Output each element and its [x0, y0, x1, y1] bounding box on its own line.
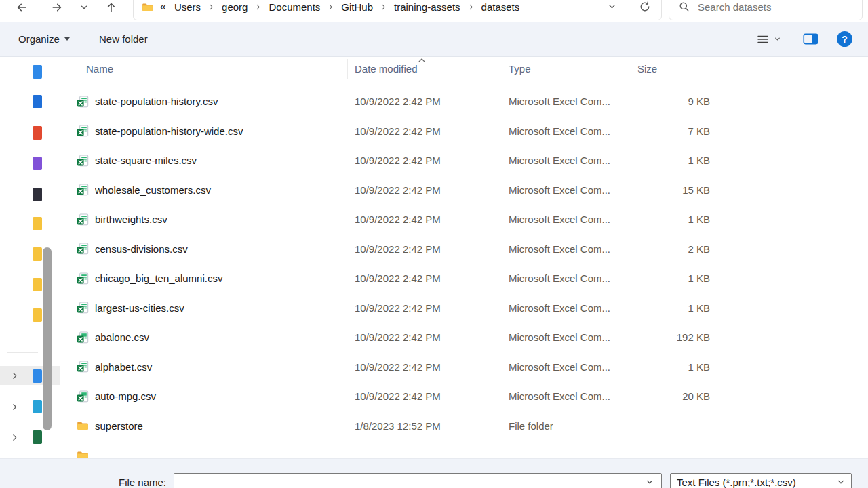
breadcrumb-chevron-icon[interactable]	[468, 4, 474, 10]
sidebar-item-icon[interactable]	[33, 126, 42, 140]
sidebar-scrollbar[interactable]	[43, 247, 52, 430]
refresh-icon[interactable]	[639, 1, 650, 12]
file-row[interactable]: wholesale_customers.csv 10/9/2022 2:42 P…	[60, 176, 868, 205]
file-name: state-population-history-wide.csv	[95, 125, 355, 137]
file-row[interactable]: alphabet.csv 10/9/2022 2:42 PM Microsoft…	[60, 352, 868, 382]
back-button[interactable]	[14, 1, 29, 14]
column-header-type[interactable]: Type	[509, 57, 531, 81]
excel-csv-icon	[77, 272, 89, 285]
expand-chevron-icon[interactable]	[10, 371, 18, 380]
excel-csv-icon	[77, 390, 89, 403]
file-size: 20 KB	[637, 390, 710, 402]
sidebar-item-icon[interactable]	[33, 65, 42, 79]
column-header-date-modified[interactable]: Date modified	[355, 57, 418, 81]
file-type: Microsoft Excel Com...	[509, 125, 637, 137]
breadcrumb-item[interactable]: GitHub	[341, 1, 373, 13]
sidebar-item-icon[interactable]	[33, 188, 42, 201]
file-name: state-population-history.csv	[95, 96, 355, 107]
sidebar-item-icon[interactable]	[33, 217, 42, 230]
breadcrumb-chevron-icon[interactable]	[380, 4, 387, 10]
address-bar[interactable]: « UsersgeorgDocumentsGitHubtraining-asse…	[133, 0, 662, 20]
file-type: Microsoft Excel Com...	[509, 302, 637, 314]
breadcrumb-item[interactable]: training-assets	[394, 1, 460, 13]
breadcrumb-item[interactable]: Users	[174, 1, 201, 13]
sidebar-item-icon[interactable]	[33, 278, 42, 291]
organize-button[interactable]: Organize	[18, 22, 70, 56]
column-header-name[interactable]: Name	[86, 57, 113, 81]
list-view-icon	[757, 34, 769, 45]
sidebar-item-icon[interactable]	[33, 400, 42, 413]
file-type: Microsoft Excel Com...	[509, 155, 637, 166]
file-type: Microsoft Excel Com...	[509, 361, 637, 373]
file-row[interactable]: chicago_big_ten_alumni.csv 10/9/2022 2:4…	[60, 264, 868, 293]
preview-pane-button[interactable]	[803, 22, 818, 56]
breadcrumb-overflow-button[interactable]: «	[160, 1, 166, 13]
file-list: state-population-history.csv 10/9/2022 2…	[60, 87, 868, 458]
column-separator[interactable]	[717, 59, 717, 79]
file-name: census-divisions.csv	[95, 243, 355, 255]
file-row[interactable]: auto-mpg.csv 10/9/2022 2:42 PM Microsoft…	[60, 382, 868, 411]
excel-csv-icon	[77, 302, 89, 314]
file-name-input[interactable]	[174, 473, 662, 488]
view-options-button[interactable]	[757, 22, 781, 56]
file-row[interactable]: birthweights.csv 10/9/2022 2:42 PM Micro…	[60, 205, 868, 235]
file-row[interactable]: census-divisions.csv 10/9/2022 2:42 PM M…	[60, 235, 868, 264]
file-row[interactable]	[60, 441, 868, 458]
file-date-modified: 10/9/2022 2:42 PM	[355, 361, 509, 373]
breadcrumb-item[interactable]: datasets	[481, 1, 520, 13]
file-row[interactable]: largest-us-cities.csv 10/9/2022 2:42 PM …	[60, 293, 868, 323]
sidebar-item-icon[interactable]	[33, 95, 42, 108]
chevron-down-icon	[774, 35, 781, 43]
excel-csv-icon	[77, 331, 89, 344]
sidebar-item-icon[interactable]	[33, 247, 42, 261]
column-separator[interactable]	[629, 59, 629, 79]
breadcrumb-item[interactable]: Documents	[269, 1, 320, 13]
address-dropdown-chevron-icon[interactable]	[608, 3, 616, 12]
chevron-down-icon	[64, 37, 70, 41]
forward-button[interactable]	[50, 1, 64, 14]
file-date-modified: 10/9/2022 2:42 PM	[355, 390, 509, 402]
file-row[interactable]: abalone.csv 10/9/2022 2:42 PM Microsoft …	[60, 323, 868, 352]
excel-csv-icon	[77, 155, 89, 167]
file-row[interactable]: superstore 1/8/2023 12:52 PM File folder	[60, 411, 868, 441]
sidebar-item-icon[interactable]	[33, 157, 42, 170]
organize-label: Organize	[18, 33, 60, 45]
help-glyph: ?	[842, 34, 848, 45]
search-box[interactable]	[669, 0, 863, 20]
file-row[interactable]: state-population-history.csv 10/9/2022 2…	[60, 87, 868, 117]
column-separator[interactable]	[500, 59, 500, 79]
recent-locations-button[interactable]	[77, 1, 92, 14]
up-button[interactable]	[104, 1, 119, 14]
file-list-pane: Name Date modified Type Size state-popul…	[60, 57, 868, 458]
file-name: chicago_big_ten_alumni.csv	[95, 272, 355, 284]
column-header-size[interactable]: Size	[637, 57, 657, 81]
breadcrumb-chevron-icon[interactable]	[328, 4, 334, 10]
file-date-modified: 10/9/2022 2:42 PM	[355, 184, 509, 196]
file-name: auto-mpg.csv	[95, 390, 355, 402]
sidebar-item-icon[interactable]	[33, 369, 42, 383]
expand-chevron-icon[interactable]	[10, 403, 18, 411]
expand-chevron-icon[interactable]	[10, 433, 18, 441]
sidebar-item-icon[interactable]	[33, 308, 42, 322]
file-row[interactable]: state-population-history-wide.csv 10/9/2…	[60, 117, 868, 146]
breadcrumb-item[interactable]: georg	[222, 1, 248, 13]
new-folder-button[interactable]: New folder	[99, 22, 148, 56]
file-name: abalone.csv	[95, 331, 355, 343]
breadcrumb-chevron-icon[interactable]	[208, 4, 214, 10]
file-size: 192 KB	[637, 331, 710, 343]
excel-csv-icon	[77, 214, 89, 226]
file-row[interactable]: state-square-miles.csv 10/9/2022 2:42 PM…	[60, 146, 868, 176]
breadcrumb-chevron-icon[interactable]	[255, 4, 261, 10]
forward-arrow-icon	[51, 1, 63, 14]
file-name: largest-us-cities.csv	[95, 302, 355, 314]
excel-csv-icon	[77, 125, 89, 137]
help-button[interactable]: ?	[837, 22, 852, 56]
file-type-select[interactable]: Text Files (*.prn;*.txt;*.csv)	[670, 473, 852, 488]
column-separator[interactable]	[347, 59, 348, 79]
up-arrow-icon	[105, 1, 117, 14]
search-input[interactable]	[698, 1, 840, 13]
file-name-dropdown-chevron-icon[interactable]	[646, 478, 654, 486]
sidebar-item-icon[interactable]	[33, 430, 42, 444]
file-type-dropdown-chevron-icon[interactable]	[837, 478, 845, 486]
help-icon: ?	[837, 31, 852, 47]
